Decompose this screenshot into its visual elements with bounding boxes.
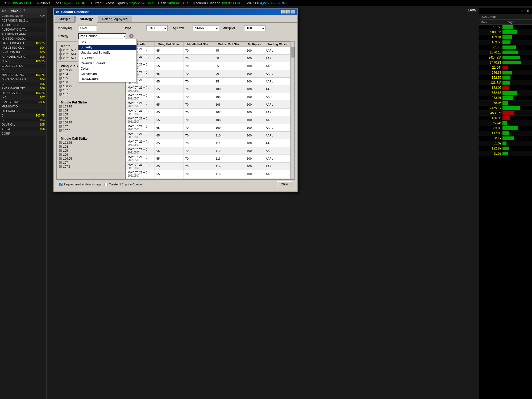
table-row[interactable]: MAY 07 '21 + (...20210507 65 70 109 100 … [126,124,290,132]
dropdown-item-butterfly[interactable]: Butterfly [78,45,136,50]
sidebar-row[interactable]: PHARMACEUTIC... 106 [0,86,46,91]
sidebar-row[interactable]: C 103.75 [0,113,46,118]
help-icon[interactable]: ? [129,34,134,38]
table-row[interactable]: MAY 07 '21 + (...20210507 65 70 95 100 A… [126,78,290,85]
slider-dot[interactable] [59,89,62,92]
slider-dot[interactable] [59,153,62,156]
table-row[interactable]: MAY 07 '21 + (...20210507 65 70 80 100 A… [126,55,290,62]
close-button[interactable]: ✕ [291,10,295,14]
table-row[interactable]: MAY 07 '21 + (...20210507 65 70 105 100 … [126,93,290,101]
sidebar-row[interactable]: N INC 106.25 [0,59,46,64]
table-row[interactable]: MAY 07 '21 + (...20210507 65 70 113 100 … [126,155,290,163]
table-row[interactable]: MAY 07 '21 + (...20210507 65 70 90 100 A… [126,70,290,78]
slider-dot[interactable] [59,113,62,116]
dropdown-item-conversion[interactable]: Conversion [78,71,136,77]
slider-dot[interactable] [59,145,62,148]
slider-dot[interactable] [59,69,62,72]
month-dot-2[interactable] [59,52,62,56]
sidebar-row[interactable]: ALEXION PHARMACEUTICAL... [0,32,46,36]
table-row[interactable]: MAY 07 '21 + (...20210507 65 70 114 100 … [126,163,290,170]
table-row[interactable]: MAY 07 '21 + (...20210507 65 70 107 100 … [126,109,290,116]
slider-dot[interactable] [59,165,62,168]
tab-pair-leg[interactable]: Pair or Leg-by-leg [98,16,132,22]
table-scrollbar[interactable] [290,41,294,179]
slider-dot[interactable] [59,161,62,164]
sidebar-row[interactable]: OLUTIO... 105 [0,122,46,127]
sidebar-row[interactable]: MATERIALS INC 103.75 [0,73,46,77]
sidebar-row[interactable]: C 105 [0,82,46,86]
month-dot-1[interactable] [59,48,62,52]
dropdown-item-box[interactable]: Box [78,39,136,45]
maximize-button[interactable]: □ [286,10,290,14]
table-row[interactable]: MAY 07 '21 + (...20210507 65 70 106 100 … [126,101,290,109]
dropdown-item-delta-neutral[interactable]: Delta-Neutral [78,77,136,82]
slider-dot[interactable] [59,149,62,152]
scroll-thumb[interactable] [290,47,294,57]
dropdown-item-unbalanced-butterfly[interactable]: Unbalanced Butterfly [78,50,136,55]
sidebar-tab-mx[interactable]: MX [0,8,9,13]
sidebar-row[interactable]: IGN SYS INC 107.5 [0,100,46,104]
slider-dot[interactable] [59,117,62,120]
sidebar-row[interactable]: ACTIVISION BLIZZARD INC [0,18,46,23]
type-select[interactable]: OPT [146,25,168,31]
clear-button[interactable]: Clear [277,181,292,187]
table-row[interactable]: MAY 07 '21 + (...20210507 65 70 112 100 … [126,147,290,155]
sidebar-row[interactable]: ICAN AIRLINES GROUP... 106 [0,55,46,59]
table-row[interactable]: MAY 07 '21 + (...20210507 65 70 108 100 … [126,116,290,124]
sidebar-row[interactable]: CORP [0,131,46,136]
sidebar-row[interactable]: IGN TECHNOLOGY INC [0,36,46,41]
sidebar-row[interactable]: MUNICATIO... [0,104,46,109]
slider-dot[interactable] [59,125,62,128]
sidebar-row[interactable]: OLDINGS INC 106.25 [0,91,46,95]
table-row[interactable]: MAY 07 '21 + (...20210507 65 70 85 100 A… [126,62,290,70]
slider-dot[interactable] [59,105,62,108]
sidebar-row[interactable]: AUTOMATIC DATA PROCESS... [0,27,46,32]
slider-dot[interactable] [59,109,62,112]
slider-dot[interactable] [59,157,62,160]
slider-dot[interactable] [59,129,62,132]
table-row[interactable]: MAY 07 '21 + (...20210507 65 70 115 100 … [126,170,290,178]
slider-dot[interactable] [59,81,62,84]
dropdown-item-buy-write[interactable]: Buy Write [78,55,136,61]
sidebar-row[interactable]: C 104 [0,118,46,122]
create-price-combo-checkbox[interactable] [104,183,108,186]
sidebar-row[interactable]: OFTWARE T... [0,109,46,113]
sidebar-row[interactable]: DING NV-NY REG... 104 [0,77,46,82]
table-row[interactable]: MAY 07 '21 + (...20210507 65 70 116 100 … [126,178,290,180]
table-row[interactable]: MAY 07 '21 + (...20210507 65 70 75 100 A… [126,47,290,55]
minimize-button[interactable]: _ [281,10,286,14]
multiplier-select[interactable]: 100 [244,25,265,31]
month-dot-3[interactable] [59,56,62,60]
table-row[interactable]: MAY 07 '21 + (...20210507 65 70 100 100 … [126,85,290,93]
sidebar-row[interactable]: ASS A 106 [0,127,46,131]
strategy-input[interactable] [78,33,126,39]
slider-dot[interactable] [59,121,62,124]
slider-dot[interactable] [59,77,62,80]
table-row[interactable]: MAY 07 '21 + (...20210507 65 70 111 100 … [126,139,290,147]
sidebar-row[interactable]: ADOBE INC [0,23,46,27]
request-market-data-label[interactable]: Request market data for legs [59,183,101,186]
table-row[interactable]: MAY 07 '21 + (...20210507 65 70 110 100 … [126,132,290,139]
slider-dot[interactable] [59,73,62,76]
create-price-combo-label[interactable]: Create (1:1) price Combo [104,183,142,186]
slider-value: 106.25 [63,85,82,88]
dropdown-arrow-icon[interactable]: ▼ [123,35,126,38]
sidebar-tab-ascx[interactable]: AScX [9,8,21,13]
slider-dot[interactable] [59,141,62,144]
slider-dot[interactable] [59,85,62,88]
sidebar-row[interactable]: HABET INC-CL A 103.75 [0,41,46,45]
sidebar-tab-h[interactable]: H [21,8,27,13]
sidebar-row[interactable]: ZON.COM INC 105 [0,50,46,55]
underlying-input[interactable] [78,25,97,31]
tab-strategy[interactable]: Strategy [75,16,97,23]
sidebar-row[interactable]: HABET INC-CL C 104 [0,45,46,50]
sidebar-row[interactable]: INC 107 [0,95,46,100]
leg-exch-select[interactable]: SMART [193,25,219,31]
sidebar-row[interactable]: G DEVICES INC [0,64,46,68]
tab-multiple[interactable]: Multiple [55,16,75,22]
dropdown-item-collar[interactable]: Collar [78,66,136,71]
sidebar-row[interactable]: C [0,68,46,73]
slider-dot[interactable] [59,93,62,96]
request-market-data-checkbox[interactable] [59,183,63,186]
dropdown-item-calendar-spread[interactable]: Calendar Spread [78,61,136,66]
